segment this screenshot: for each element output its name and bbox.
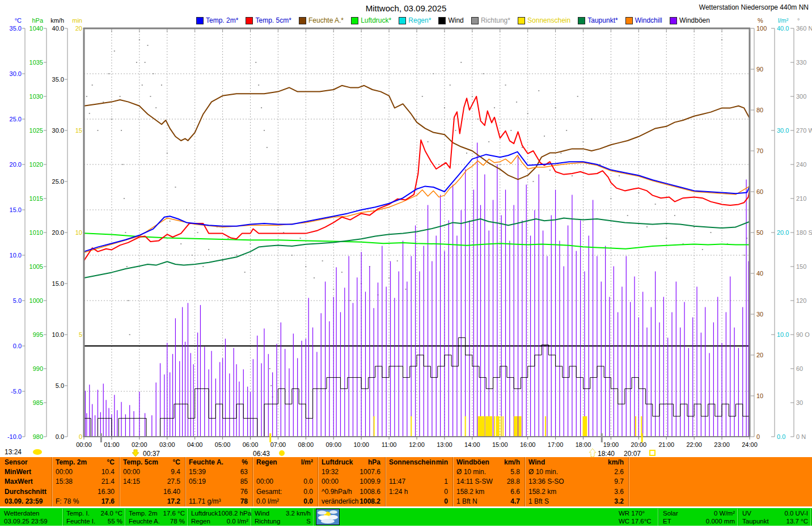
svg-text:995: 995 bbox=[33, 331, 43, 338]
table-cell: 14:11 S-SW bbox=[456, 478, 493, 485]
svg-text:20:07: 20:07 bbox=[624, 450, 641, 458]
svg-text:80: 80 bbox=[756, 107, 763, 113]
table-row: ^0.9hPa/h1008.6 bbox=[318, 487, 384, 496]
table-col-wind: Windkm/hØ 10 min.2.613:36 S-SO9.7158.2 k… bbox=[525, 457, 627, 506]
table-cell: 1008.6 bbox=[360, 488, 380, 496]
svg-text:210: 210 bbox=[796, 195, 806, 202]
weather-chart: 35.030.025.020.015.010.05.00.0-5.0-10.0°… bbox=[0, 0, 812, 459]
table-cell: ^0.9hPa/h bbox=[322, 488, 352, 496]
svg-text:1015: 1015 bbox=[29, 195, 43, 202]
svg-text:25.0: 25.0 bbox=[52, 178, 64, 185]
table-row: Temp. 2m°C bbox=[52, 457, 118, 467]
table-cell: Sonnenschein bbox=[389, 458, 435, 466]
svg-text:10:00: 10:00 bbox=[353, 441, 369, 448]
svg-text:02:00: 02:00 bbox=[132, 441, 147, 448]
table-cell: 76 bbox=[240, 488, 248, 496]
svg-text:0: 0 bbox=[756, 433, 760, 440]
table-row: veränderlich1008.2 bbox=[318, 497, 384, 506]
table-cell: 17.6 bbox=[102, 497, 115, 505]
table-cell: 0 bbox=[444, 488, 448, 496]
svg-text:985: 985 bbox=[33, 399, 43, 406]
svg-text:21:00: 21:00 bbox=[658, 441, 674, 448]
table-cell: Temp. 2m bbox=[56, 458, 87, 466]
table-cell: 11:47 bbox=[389, 478, 405, 485]
svg-text:0: 0 bbox=[79, 433, 82, 440]
table-col-temp-5cm: Temp. 5cm°C00:009.414:1527.516.4017.2 bbox=[119, 457, 184, 506]
svg-text:24:00: 24:00 bbox=[742, 441, 758, 448]
status-label: UV bbox=[742, 510, 751, 517]
table-cell: 03.09. 23:59 bbox=[5, 497, 43, 505]
table-cell: 28.8 bbox=[507, 478, 520, 485]
svg-text:270 W: 270 W bbox=[796, 127, 812, 134]
table-cell: 3.6 bbox=[614, 488, 624, 496]
table-cell: 10.4 bbox=[102, 468, 115, 476]
svg-text:30: 30 bbox=[756, 311, 763, 318]
status-label: Feuchte A. bbox=[129, 518, 160, 525]
table-cell: 05:19 bbox=[189, 478, 206, 485]
table-cell: Ø 10 min. bbox=[456, 468, 486, 476]
status-label: Feuchte I. bbox=[66, 518, 95, 525]
table-row: Sonnenscheinmin bbox=[386, 457, 451, 467]
table-cell: 1007.6 bbox=[360, 468, 380, 476]
table-row: 00:000.0 bbox=[253, 477, 316, 487]
table-cell: 19:32 bbox=[322, 468, 339, 476]
svg-text:1040: 1040 bbox=[29, 25, 43, 32]
svg-text:30: 30 bbox=[796, 399, 803, 406]
svg-text:10.0: 10.0 bbox=[10, 252, 22, 259]
status-label: Wetterdaten bbox=[4, 510, 39, 517]
bottom-strip bbox=[0, 526, 812, 528]
table-row: 0 bbox=[386, 497, 451, 506]
svg-text:16:00: 16:00 bbox=[520, 441, 536, 448]
table-cell: Luftdruck bbox=[322, 458, 353, 466]
svg-text:20: 20 bbox=[75, 25, 82, 32]
status-label: Regen bbox=[191, 518, 210, 525]
svg-text:1000: 1000 bbox=[29, 297, 43, 304]
svg-text:05:00: 05:00 bbox=[215, 441, 231, 448]
svg-text:°C: °C bbox=[15, 17, 22, 24]
table-cell: Ø 10 min. bbox=[528, 468, 558, 476]
status-value: 17.6 °C bbox=[163, 510, 185, 517]
status-value: 78 % bbox=[170, 518, 185, 525]
svg-text:15: 15 bbox=[75, 127, 82, 134]
status-value: 0.0 UV-I bbox=[784, 510, 808, 517]
status-value: 0.0 l/m² bbox=[227, 518, 248, 525]
table-cell: 1008.2 bbox=[360, 497, 380, 505]
svg-text:15.0: 15.0 bbox=[52, 280, 64, 287]
table-cell: 158.2 km bbox=[528, 488, 556, 496]
statusbar-cell: Luftdruck1008.2 hPaRegen0.0 l/m² bbox=[188, 509, 252, 526]
table-row: 11.71 g/m³78 bbox=[185, 497, 251, 506]
svg-text:40.0: 40.0 bbox=[52, 25, 64, 32]
table-row: 1:24 h0 bbox=[386, 487, 451, 496]
table-row: 05:1985 bbox=[185, 477, 251, 487]
svg-text:180 S: 180 S bbox=[796, 229, 812, 236]
svg-text:00:00: 00:00 bbox=[76, 441, 92, 448]
table-row: 15:3963 bbox=[185, 467, 251, 476]
table-cell: hPa bbox=[368, 458, 380, 466]
svg-text:5: 5 bbox=[79, 331, 82, 338]
statusbar-cell: UV0.0 UV-ITaupunkt13.7 °C bbox=[739, 509, 811, 526]
table-row: 11:471 bbox=[386, 477, 451, 487]
table-row bbox=[253, 467, 316, 476]
table-row: Ø 10 min.2.6 bbox=[525, 467, 627, 476]
table-row bbox=[386, 467, 451, 476]
svg-text:35.0: 35.0 bbox=[10, 25, 22, 32]
table-cell: 6.6 bbox=[510, 488, 520, 496]
svg-text:5.0: 5.0 bbox=[13, 297, 22, 304]
table-row: 1 Bft S3.2 bbox=[525, 497, 627, 506]
table-cell: 1009.9 bbox=[360, 478, 380, 485]
table-row: Windkm/h bbox=[525, 457, 627, 467]
table-cell: Feuchte A. bbox=[189, 458, 223, 466]
table-cell: 17.2 bbox=[167, 497, 180, 505]
table-row: 13:36 S-SO9.7 bbox=[525, 477, 627, 487]
table-cell: min bbox=[436, 458, 448, 466]
table-cell: 0.0 bbox=[303, 488, 313, 496]
svg-text:03:00: 03:00 bbox=[159, 441, 175, 448]
table-cell: 4.7 bbox=[510, 497, 520, 505]
table-cell: 16.40 bbox=[163, 488, 180, 496]
table-cell: 0 bbox=[444, 497, 448, 505]
table-row: Regenl/m² bbox=[253, 457, 316, 467]
svg-text:06:43: 06:43 bbox=[253, 450, 270, 458]
svg-text:-10.0: -10.0 bbox=[7, 433, 22, 440]
svg-text:1020: 1020 bbox=[29, 161, 43, 168]
table-cell: 0.0 bbox=[303, 497, 313, 505]
